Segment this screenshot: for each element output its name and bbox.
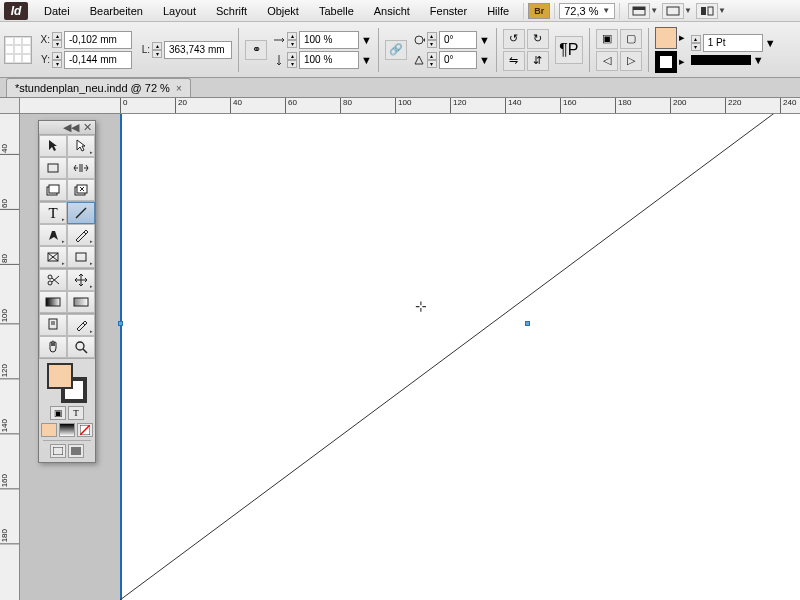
apply-color-button[interactable] xyxy=(41,423,57,437)
gradient-feather-tool[interactable] xyxy=(67,291,95,313)
close-icon[interactable]: × xyxy=(176,83,182,94)
free-transform-tool[interactable]: ▸ xyxy=(67,269,95,291)
y-field[interactable]: -0,144 mm xyxy=(64,51,132,69)
chevron-down-icon: ▼ xyxy=(684,6,692,15)
line-object[interactable] xyxy=(20,114,800,600)
scissors-tool[interactable] xyxy=(39,269,67,291)
menu-bearbeiten[interactable]: Bearbeiten xyxy=(80,5,153,17)
menu-ansicht[interactable]: Ansicht xyxy=(364,5,420,17)
document-tab[interactable]: *stundenplan_neu.indd @ 72 % × xyxy=(6,78,191,97)
stroke-style-preview[interactable] xyxy=(691,55,751,65)
normal-view-button[interactable] xyxy=(50,444,66,458)
apply-gradient-button[interactable] xyxy=(59,423,75,437)
separator xyxy=(619,3,620,19)
pencil-tool[interactable]: ▸ xyxy=(67,224,95,246)
line-tool[interactable] xyxy=(67,202,95,224)
scale-x-icon xyxy=(273,34,285,46)
zoom-level-field[interactable]: 72,3 %▼ xyxy=(559,3,615,19)
cursor-crosshair: ⊹ xyxy=(415,298,427,314)
svg-rect-16 xyxy=(76,253,86,261)
svg-rect-3 xyxy=(701,7,706,15)
gap-tool[interactable] xyxy=(67,157,95,179)
x-label: X: xyxy=(38,34,50,45)
select-prev-button[interactable]: ◁ xyxy=(596,51,618,71)
menu-schrift[interactable]: Schrift xyxy=(206,5,257,17)
selection-handle[interactable] xyxy=(525,321,530,326)
shear-icon xyxy=(413,54,425,66)
scale-x-field[interactable]: 100 % xyxy=(299,31,359,49)
stroke-swatch[interactable] xyxy=(655,51,677,73)
vertical-ruler[interactable]: 40 60 80 100 120 140 160 180 xyxy=(0,114,20,600)
type-tool[interactable]: T▸ xyxy=(39,202,67,224)
selection-tool[interactable] xyxy=(39,135,67,157)
svg-rect-30 xyxy=(53,447,63,455)
svg-line-6 xyxy=(120,114,800,600)
arrange-button[interactable] xyxy=(696,3,718,19)
select-container-button[interactable]: ▣ xyxy=(596,29,618,49)
menu-hilfe[interactable]: Hilfe xyxy=(477,5,519,17)
zoom-tool[interactable] xyxy=(67,336,95,358)
content-collector-tool[interactable] xyxy=(39,179,67,201)
svg-rect-9 xyxy=(49,185,59,193)
shear-field[interactable]: 0° xyxy=(439,51,477,69)
reference-point-grid[interactable] xyxy=(4,36,32,64)
document-tab-bar: *stundenplan_neu.indd @ 72 % × xyxy=(0,78,800,98)
fill-swatch[interactable] xyxy=(655,27,677,49)
paragraph-style-icon[interactable]: ¶P xyxy=(555,36,583,64)
page-tool[interactable] xyxy=(39,157,67,179)
rectangle-frame-tool[interactable]: ▸ xyxy=(39,246,67,268)
svg-rect-31 xyxy=(71,447,81,455)
menu-objekt[interactable]: Objekt xyxy=(257,5,309,17)
select-next-button[interactable]: ▷ xyxy=(620,51,642,71)
rotate-ccw-button[interactable]: ↺ xyxy=(503,29,525,49)
flip-h-button[interactable]: ⇋ xyxy=(503,51,525,71)
fill-color-box[interactable] xyxy=(47,363,73,389)
svg-point-18 xyxy=(48,281,52,285)
hand-tool[interactable] xyxy=(39,336,67,358)
menu-tabelle[interactable]: Tabelle xyxy=(309,5,364,17)
menu-fenster[interactable]: Fenster xyxy=(420,5,477,17)
bridge-button[interactable]: Br xyxy=(528,3,550,19)
direct-selection-tool[interactable]: ▸ xyxy=(67,135,95,157)
page-edge xyxy=(120,114,122,600)
menu-layout[interactable]: Layout xyxy=(153,5,206,17)
apply-none-button[interactable] xyxy=(77,423,93,437)
close-icon[interactable]: ✕ xyxy=(83,121,92,134)
formatting-text-button[interactable]: T xyxy=(68,406,84,420)
app-logo: Id xyxy=(4,2,28,20)
tools-panel[interactable]: ◀◀✕ ▸ T▸ ▸ ▸ ▸ ▸ ▸ ▸ ▣ T xyxy=(38,120,96,463)
svg-line-27 xyxy=(83,349,87,353)
gradient-swatch-tool[interactable] xyxy=(39,291,67,313)
svg-rect-7 xyxy=(48,164,58,172)
stroke-weight-field[interactable]: 1 Pt xyxy=(703,34,763,52)
eyedropper-tool[interactable]: ▸ xyxy=(67,314,95,336)
rotate-cw-button[interactable]: ↻ xyxy=(527,29,549,49)
rotation-field[interactable]: 0° xyxy=(439,31,477,49)
selection-handle[interactable] xyxy=(118,321,123,326)
screen-mode-button[interactable] xyxy=(628,3,650,19)
flip-v-button[interactable]: ⇵ xyxy=(527,51,549,71)
menu-datei[interactable]: Datei xyxy=(34,5,80,17)
view-options-button[interactable] xyxy=(662,3,684,19)
horizontal-ruler[interactable]: 0 20 40 60 80 100 120 140 160 180 200 22… xyxy=(20,98,800,114)
rectangle-tool[interactable]: ▸ xyxy=(67,246,95,268)
preview-view-button[interactable] xyxy=(68,444,84,458)
content-placer-tool[interactable] xyxy=(67,179,95,201)
document-canvas[interactable]: ⊹ xyxy=(20,114,800,600)
x-field[interactable]: -0,102 mm xyxy=(64,31,132,49)
length-field[interactable]: 363,743 mm xyxy=(164,41,232,59)
link-icon[interactable]: 🔗 xyxy=(385,40,407,60)
svg-point-26 xyxy=(76,342,84,350)
fill-stroke-proxy[interactable] xyxy=(47,363,87,403)
select-content-button[interactable]: ▢ xyxy=(620,29,642,49)
chevron-down-icon: ▼ xyxy=(718,6,726,15)
scale-y-field[interactable]: 100 % xyxy=(299,51,359,69)
formatting-container-button[interactable]: ▣ xyxy=(50,406,66,420)
note-tool[interactable] xyxy=(39,314,67,336)
panel-header[interactable]: ◀◀✕ xyxy=(39,121,95,135)
svg-rect-4 xyxy=(708,7,713,15)
ruler-origin[interactable] xyxy=(0,98,20,114)
collapse-icon[interactable]: ◀◀ xyxy=(63,121,79,134)
constrain-icon[interactable]: ⚭ xyxy=(245,40,267,60)
pen-tool[interactable]: ▸ xyxy=(39,224,67,246)
